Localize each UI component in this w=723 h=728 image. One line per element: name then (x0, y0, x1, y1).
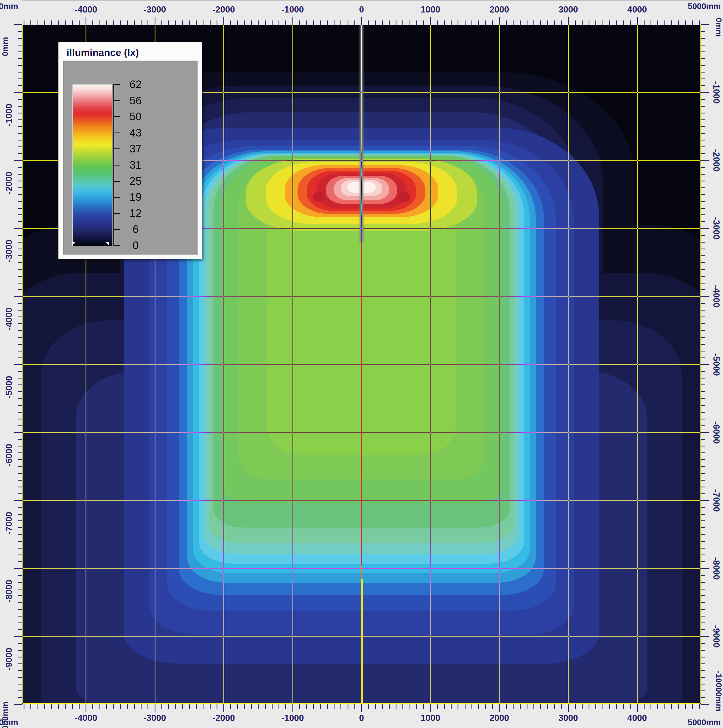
ruler-tick (701, 147, 705, 147)
ruler-tick (120, 704, 121, 709)
ruler-tick (701, 99, 705, 100)
ruler-tick (18, 439, 22, 440)
ruler-tick (651, 20, 651, 25)
ruler-tick (340, 20, 341, 25)
ruler-tick (65, 20, 66, 25)
ruler-tick (134, 704, 135, 709)
ruler-label: 1000 (421, 713, 440, 723)
ruler-tick (701, 534, 705, 535)
ruler-tick (701, 174, 705, 174)
legend-tick-label: 56 (122, 95, 149, 107)
ruler-tick (18, 534, 22, 535)
ruler-tick (701, 677, 705, 678)
ruler-tick (18, 221, 22, 222)
ruler-tick (437, 704, 438, 709)
ruler-tick (685, 20, 686, 25)
ruler-tick (272, 20, 273, 25)
ruler-tick (18, 520, 22, 521)
ruler-tick (258, 704, 259, 709)
ruler-tick (18, 527, 22, 528)
ruler-tick (237, 20, 238, 25)
ruler-tick (701, 344, 705, 345)
ruler-tick (616, 704, 617, 709)
ruler-tick (699, 704, 700, 709)
ruler-tick (18, 384, 22, 385)
ruler-tick (18, 555, 22, 555)
ruler-tick (18, 664, 22, 664)
ruler-tick (18, 670, 22, 671)
ruler-label: 3000 (558, 713, 578, 723)
ruler-tick (396, 20, 397, 25)
ruler-tick (313, 20, 314, 25)
ruler-tick (18, 201, 22, 202)
ruler-tick (701, 85, 705, 86)
ruler-tick (51, 704, 52, 709)
legend-window[interactable]: illuminance (lx) 62565043373125191260 (58, 42, 202, 259)
legend-tick-mark (113, 133, 120, 133)
ruler-tick (701, 351, 705, 352)
ruler-tick (568, 17, 569, 25)
ruler-tick (701, 500, 709, 501)
ruler-tick (701, 493, 705, 494)
ruler-label: 2000 (490, 5, 509, 15)
ruler-tick (701, 140, 705, 141)
ruler-tick (444, 20, 445, 25)
ruler-label: -2000 (212, 5, 235, 15)
ruler-tick (18, 446, 22, 447)
ruler-tick (701, 643, 705, 644)
ruler-tick (701, 276, 705, 277)
ruler-tick (701, 514, 705, 515)
ruler-tick (72, 704, 73, 709)
ruler-tick (18, 337, 22, 338)
ruler-tick (582, 20, 583, 25)
ruler-tick (589, 704, 589, 709)
ruler-tick (293, 704, 293, 712)
ruler-tick (14, 364, 22, 365)
ruler-tick (623, 704, 624, 709)
ruler-tick (18, 609, 22, 610)
ruler-tick (701, 113, 705, 113)
ruler-tick (162, 20, 162, 25)
ruler-tick (416, 704, 417, 709)
ruler-tick (368, 704, 369, 709)
ruler-label: -3000 (711, 217, 721, 240)
legend-tick-mark (113, 165, 120, 165)
ruler-tick (18, 140, 22, 141)
ruler-tick (701, 269, 705, 270)
ruler-tick (244, 704, 245, 709)
ruler-tick (701, 561, 705, 562)
ruler-tick (701, 575, 705, 576)
ruler-tick (85, 704, 86, 712)
ruler-tick (701, 249, 705, 249)
ruler-tick (18, 616, 22, 616)
ruler-tick (18, 187, 22, 188)
ruler-tick (701, 378, 705, 378)
ruler-tick (293, 17, 293, 25)
ruler-tick (368, 20, 369, 25)
ruler-tick (701, 555, 705, 555)
ruler-tick (701, 310, 705, 310)
ruler-tick (701, 616, 705, 616)
ruler-tick (526, 20, 528, 25)
ruler-tick (168, 20, 169, 25)
ruler-label: -6000 (711, 421, 721, 444)
ruler-tick (389, 20, 390, 25)
legend-colorbar (72, 84, 112, 246)
ruler-tick (18, 72, 22, 72)
ruler-tick (701, 262, 705, 263)
ruler-tick (155, 704, 156, 712)
ruler-tick (701, 480, 705, 480)
ruler-tick (701, 609, 705, 610)
ruler-tick (382, 704, 383, 709)
ruler-tick (701, 684, 705, 685)
ruler-tick (701, 126, 705, 127)
ruler-tick (18, 589, 22, 589)
ruler-tick (534, 20, 534, 25)
ruler-tick (568, 704, 569, 712)
ruler-tick (630, 704, 631, 709)
ruler-tick (701, 283, 705, 283)
ruler-tick (18, 344, 22, 345)
ruler-tick (701, 201, 705, 202)
ruler-tick (423, 704, 424, 709)
ruler-tick (701, 31, 705, 32)
